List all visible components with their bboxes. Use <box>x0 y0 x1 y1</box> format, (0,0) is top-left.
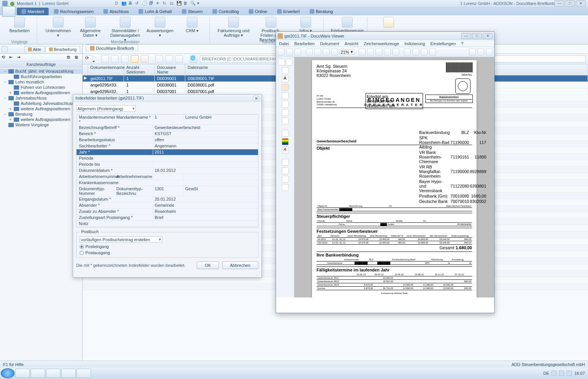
sb-line-icon[interactable] <box>282 92 289 99</box>
tb-tool[interactable] <box>165 55 173 63</box>
tb-tool[interactable] <box>175 55 183 63</box>
maximize-button[interactable]: □ <box>565 0 575 7</box>
vt-icon[interactable] <box>392 49 399 56</box>
qa-icon[interactable]: 🔍 <box>190 1 196 6</box>
tab-abschluss[interactable]: Abschluss <box>99 8 133 15</box>
close-button[interactable]: ✕ <box>576 0 586 7</box>
qa-icon[interactable]: 🗑 <box>183 1 189 6</box>
clock[interactable]: 16:07 <box>574 371 585 376</box>
vt-icon[interactable] <box>384 49 391 56</box>
sb-pen-icon[interactable] <box>282 84 289 91</box>
tree-item[interactable]: Führen von Lohnkonten <box>0 85 82 90</box>
qa-icon[interactable]: ↺ <box>135 1 140 6</box>
tb-icon[interactable]: ⇤ <box>9 55 15 60</box>
qa-icon[interactable]: 💾 <box>176 1 182 6</box>
sb-line2-icon[interactable] <box>282 101 289 108</box>
ok-button[interactable]: OK <box>197 261 219 269</box>
viewer-minimize[interactable]: — <box>461 33 471 39</box>
tab-erweitert[interactable]: Erweitert <box>273 8 304 15</box>
vt-icon[interactable] <box>404 49 411 56</box>
sb-stamp-icon[interactable] <box>282 130 289 137</box>
menu-dokument[interactable]: Dokument <box>320 41 339 46</box>
vt-icon[interactable] <box>359 49 366 56</box>
tb-inbox[interactable] <box>131 55 139 63</box>
qa-icon[interactable]: 🕓 <box>142 1 147 6</box>
vt-icon[interactable] <box>286 49 293 56</box>
sb-tool-icon[interactable] <box>282 167 289 174</box>
vt-icon[interactable] <box>323 49 330 56</box>
sb-color-icon[interactable] <box>282 138 289 145</box>
menu-ansicht[interactable]: Ansicht <box>345 41 358 46</box>
expand-icon[interactable]: + <box>8 117 12 122</box>
viewer-maximize[interactable]: □ <box>472 33 482 39</box>
qa-icon[interactable]: ▾ <box>197 1 203 6</box>
menu-indizierung[interactable]: Indizierung <box>404 41 425 46</box>
home-icon[interactable] <box>2 46 8 52</box>
tb-globe[interactable]: 🌐 <box>190 55 198 63</box>
qa-icon[interactable]: 🗋 <box>114 1 120 6</box>
postbuch-combo[interactable]: vorläufigen Postbucheintrag erstellen▾ <box>80 236 162 243</box>
menu-help[interactable]: ? <box>461 41 463 46</box>
tree-item[interactable]: −Buchf. jährl. mit Vorauszahlung <box>0 69 82 74</box>
cancel-button[interactable]: Abbrechen <box>222 261 258 269</box>
sb-tool-icon[interactable] <box>282 176 289 183</box>
tree-item[interactable]: +weitere Auftragspositionen <box>0 117 82 122</box>
tray-icon[interactable] <box>551 371 557 376</box>
tree-item[interactable]: +weitere Auftragspositionen <box>0 90 82 95</box>
tab-beratung[interactable]: Beratung <box>305 8 338 15</box>
tab-akte[interactable]: Akte <box>24 46 45 52</box>
task-ie[interactable] <box>15 369 30 378</box>
tab-rechnungswesen[interactable]: Rechnungswesen <box>49 8 98 15</box>
vt-icon[interactable] <box>314 49 321 56</box>
pin-icon[interactable]: ⬤ <box>10 1 15 6</box>
index-row[interactable]: Mandantennummer *Mandantenname *1Lorenz … <box>77 114 258 125</box>
tree-item[interactable]: Buchführungsarbeiten <box>0 74 82 79</box>
category-combo[interactable]: Allgemein (Posteingang)▾ <box>76 105 136 112</box>
expand-icon[interactable]: + <box>8 106 12 111</box>
index-row[interactable]: ArbeitnehmernummerArbeitnehmername <box>77 174 258 180</box>
zoom-combo[interactable]: 21%▾ <box>340 49 354 55</box>
menu-einstellungen[interactable]: Einstellungen <box>430 41 456 46</box>
index-row[interactable]: Notiz <box>77 221 258 227</box>
dialog-close[interactable]: ✕ <box>253 96 259 101</box>
index-row[interactable]: Periode bis <box>77 162 258 168</box>
tb-copy[interactable] <box>101 55 109 63</box>
index-row[interactable]: Bereich *KSTGST <box>77 131 258 137</box>
task-app[interactable] <box>61 369 76 378</box>
tb-tool[interactable] <box>155 55 163 63</box>
vt-icon[interactable] <box>421 49 428 56</box>
resize-grip[interactable]: ⋰ <box>73 272 261 277</box>
sb-arrow-icon[interactable] <box>282 67 289 74</box>
index-row[interactable]: Dokumentdatum *18.01.2012 <box>77 168 258 174</box>
sb-rect-icon[interactable] <box>282 109 289 116</box>
tb-icon[interactable]: ⧉ <box>67 55 73 60</box>
tb-print[interactable] <box>121 55 129 63</box>
index-row[interactable]: Periode <box>77 155 258 162</box>
task-app[interactable] <box>46 369 60 378</box>
vt-icon[interactable] <box>477 49 484 56</box>
index-row[interactable]: Sachbearbeiter *Angermann <box>77 143 258 149</box>
task-app[interactable] <box>77 369 91 378</box>
tree-item[interactable]: +weitere Auftragspositionen <box>0 106 82 111</box>
sb-icon[interactable] <box>278 59 285 65</box>
tree-item[interactable]: Aufstellung Jahresabschluss <box>0 101 82 106</box>
qa-icon[interactable]: 🗂 <box>170 1 175 6</box>
vt-icon[interactable] <box>429 49 436 56</box>
col-header[interactable]: Anzahl Sektionen <box>124 64 155 75</box>
tab-bearbeitung[interactable]: Bearbeitung <box>46 46 80 52</box>
radio-posteingang[interactable]: Posteingang <box>80 244 255 249</box>
lang-indicator[interactable]: DE <box>543 371 549 376</box>
tray-icon[interactable] <box>567 371 572 376</box>
app-menu-button[interactable] <box>2 6 15 17</box>
start-button[interactable] <box>1 368 15 378</box>
expand-icon[interactable]: + <box>8 90 12 95</box>
tab-mandant[interactable]: Mandant <box>17 8 49 15</box>
tb-doc[interactable] <box>111 55 119 63</box>
expand-icon[interactable]: − <box>3 96 7 100</box>
index-row[interactable]: Zusatz zu Absender *Rosenheim <box>77 209 258 215</box>
viewer-canvas[interactable]: 004761 Amt Sg. Steuern Königstrasse 24 8… <box>294 57 494 297</box>
vt-icon[interactable] <box>412 49 419 56</box>
viewer-close[interactable]: ✕ <box>483 33 493 39</box>
vt-icon[interactable] <box>331 49 338 56</box>
sb-tool-icon[interactable] <box>282 184 289 191</box>
